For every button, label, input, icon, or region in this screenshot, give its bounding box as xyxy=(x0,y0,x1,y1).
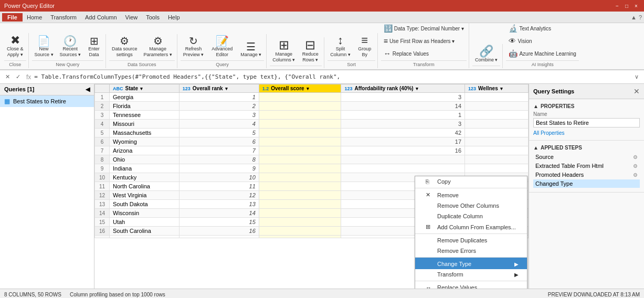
table-row: 6 Wyoming 6 17 xyxy=(95,137,529,146)
cell-overall-score xyxy=(259,182,341,191)
cell-rownum: 6 xyxy=(95,137,110,146)
col-header-afford-rank[interactable]: 123 Affordability rank (40%) ▾ xyxy=(341,84,465,93)
overall-score-filter-icon[interactable]: ▾ xyxy=(307,86,309,91)
cell-afford-rank: 17 xyxy=(341,137,465,146)
data-sources-group-label: Data Sources xyxy=(109,60,175,67)
new-source-btn[interactable]: 📄 NewSource ▾ xyxy=(32,34,56,59)
table-row: 8 Ohio 8 xyxy=(95,155,529,164)
advanced-editor-btn[interactable]: 📝 AdvancedEditor xyxy=(207,34,237,59)
help-menu-item[interactable]: Help xyxy=(164,13,184,22)
query-name-input[interactable] xyxy=(533,118,640,127)
cell-rownum: 2 xyxy=(95,102,110,111)
close-window-button[interactable]: × xyxy=(632,2,640,9)
step-source[interactable]: Source ⚙ xyxy=(533,153,640,161)
ctx-remove-errors[interactable]: Remove Errors xyxy=(415,246,527,256)
col-header-overall-rank[interactable]: 123 Overall rank ▾ xyxy=(179,84,259,93)
replace-values-ribbon-btn[interactable]: ↔ Replace Values xyxy=(381,48,431,59)
recent-sources-btn[interactable]: 🕐 RecentSources ▾ xyxy=(57,34,84,59)
step-extracted-table[interactable]: Extracted Table From Html ⚙ xyxy=(533,162,640,170)
col-header-wellness[interactable]: 123 Wellnes ▾ xyxy=(465,84,529,93)
azure-ml-label: Azure Machine Learning xyxy=(519,51,576,57)
query-item-label: Best States to Retire xyxy=(13,98,66,104)
ctx-copy[interactable]: ⎘Copy xyxy=(415,176,527,187)
home-menu-item[interactable]: Home xyxy=(23,13,46,22)
ctx-remove-dups[interactable]: Remove Duplicates xyxy=(415,233,527,246)
formula-input[interactable] xyxy=(34,73,631,80)
step-promoted-gear[interactable]: ⚙ xyxy=(633,172,638,178)
step-promoted-headers[interactable]: Promoted Headers ⚙ xyxy=(533,171,640,179)
close-apply-btn[interactable]: ✖ Close &Apply ▾ xyxy=(4,33,26,59)
minimize-button[interactable]: − xyxy=(614,2,621,9)
formula-cancel-icon[interactable]: ✕ xyxy=(2,73,13,80)
azure-ml-btn[interactable]: 🤖 Azure Machine Learning xyxy=(506,48,578,59)
manage-params-btn[interactable]: ⚙ ManageParameters ▾ xyxy=(141,34,175,59)
data-source-label: Data sourcesettings xyxy=(112,46,138,58)
state-filter-icon[interactable]: ▾ xyxy=(140,86,143,91)
cell-overall-score xyxy=(259,146,341,155)
query-item-icon: ▦ xyxy=(4,98,10,105)
all-properties-link[interactable]: All Properties xyxy=(533,130,564,136)
wellness-filter-icon[interactable]: ▾ xyxy=(500,86,503,91)
data-source-settings-btn[interactable]: ⚙ Data sourcesettings xyxy=(109,34,140,59)
settings-close-btn[interactable]: ✕ xyxy=(634,87,640,95)
step-source-gear[interactable]: ⚙ xyxy=(633,154,638,160)
ctx-add-from-examples[interactable]: ⊞Add Column From Examples... xyxy=(415,221,527,232)
cell-overall-rank: 16 xyxy=(179,227,259,236)
col-header-overall-score[interactable]: 1.2 Overall score ▾ xyxy=(259,84,341,93)
queries-collapse-icon[interactable]: ◀ xyxy=(86,86,90,93)
ctx-replace-values[interactable]: ↔Replace Values... xyxy=(415,281,527,289)
cell-wellness xyxy=(465,164,529,173)
enter-data-btn[interactable]: ⊞ EnterData xyxy=(85,34,103,59)
step-changed-type[interactable]: Changed Type xyxy=(533,179,640,188)
ctx-change-type[interactable]: Change Type▶ xyxy=(415,257,527,269)
transform-menu-item[interactable]: Transform xyxy=(46,13,81,22)
maximize-button[interactable]: □ xyxy=(623,2,630,9)
ribbon-group-new-query: 📄 NewSource ▾ 🕐 RecentSources ▾ ⊞ EnterD… xyxy=(30,34,107,68)
new-source-icon: 📄 xyxy=(37,36,50,46)
add-column-menu-item[interactable]: Add Column xyxy=(81,13,121,22)
steps-list: Source ⚙ Extracted Table From Html ⚙ Pro… xyxy=(533,153,640,188)
ribbon-group-manage-reduce: ⊞ ManageColumns ▾ ⊟ ReduceRows ▾ xyxy=(268,37,324,68)
help-icon[interactable]: ? xyxy=(639,14,642,20)
overall-rank-filter-icon[interactable]: ▾ xyxy=(225,86,228,91)
queries-panel: Queries [1] ◀ ▦ Best States to Retire xyxy=(0,84,94,289)
vision-btn[interactable]: 👁 Vision xyxy=(506,35,534,47)
status-columns-rows: 8 COLUMNS, 50 ROWS xyxy=(4,292,61,297)
split-column-btn[interactable]: ↕ SplitColumn ▾ xyxy=(328,33,353,59)
group-by-btn[interactable]: ≡ GroupBy xyxy=(354,33,375,59)
cell-overall-rank: 15 xyxy=(179,218,259,227)
manage-btn[interactable]: ☰ Manage ▾ xyxy=(238,40,264,59)
file-menu-button[interactable]: File xyxy=(2,13,23,22)
step-extracted-gear[interactable]: ⚙ xyxy=(633,163,638,169)
cell-afford-rank: 3 xyxy=(341,93,465,102)
status-profiling: Column profiling based on top 1000 rows xyxy=(70,292,165,297)
ctx-remove[interactable]: ✕Remove xyxy=(415,188,527,200)
manage-columns-btn[interactable]: ⊞ ManageColumns ▾ xyxy=(270,37,298,65)
table-row: 3 Tennessee 3 1 xyxy=(95,111,529,120)
step-extracted-label: Extracted Table From Html xyxy=(535,163,604,169)
cell-afford-rank: 1 xyxy=(341,111,465,120)
text-analytics-btn[interactable]: 🔬 Text Analytics xyxy=(506,23,554,34)
properties-header: ▲ PROPERTIES xyxy=(533,103,640,109)
close-group-label: Close xyxy=(4,60,26,67)
view-menu-item[interactable]: View xyxy=(121,13,142,22)
nav-up-icon[interactable]: ▲ xyxy=(631,14,637,20)
ctx-duplicate[interactable]: Duplicate Column xyxy=(415,211,527,221)
col-header-state[interactable]: ABC State ▾ xyxy=(110,84,180,93)
properties-collapse-icon[interactable]: ▲ xyxy=(533,103,539,109)
query-item-best-states[interactable]: ▦ Best States to Retire xyxy=(0,95,94,107)
data-type-btn[interactable]: 🔢 Data Type: Decimal Number ▾ xyxy=(381,23,467,34)
cell-wellness xyxy=(465,155,529,164)
tools-menu-item[interactable]: Tools xyxy=(142,13,164,22)
formula-expand-icon[interactable]: ∨ xyxy=(631,73,642,80)
afford-rank-filter-icon[interactable]: ▾ xyxy=(416,86,418,91)
cell-overall-rank: 8 xyxy=(179,155,259,164)
refresh-preview-btn[interactable]: ↻ RefreshPreview ▾ xyxy=(181,34,207,59)
first-row-headers-btn[interactable]: ≡ Use First Row as Headers ▾ xyxy=(381,35,458,47)
formula-apply-icon[interactable]: ✓ xyxy=(13,73,23,80)
steps-collapse-icon[interactable]: ▲ xyxy=(533,145,539,151)
ctx-remove-other[interactable]: Remove Other Columns xyxy=(415,200,527,211)
combine-btn[interactable]: 🔗 Combine ▾ xyxy=(472,44,501,65)
ctx-transform[interactable]: Transform▶ xyxy=(415,269,527,280)
reduce-rows-btn[interactable]: ⊟ ReduceRows ▾ xyxy=(299,37,322,65)
